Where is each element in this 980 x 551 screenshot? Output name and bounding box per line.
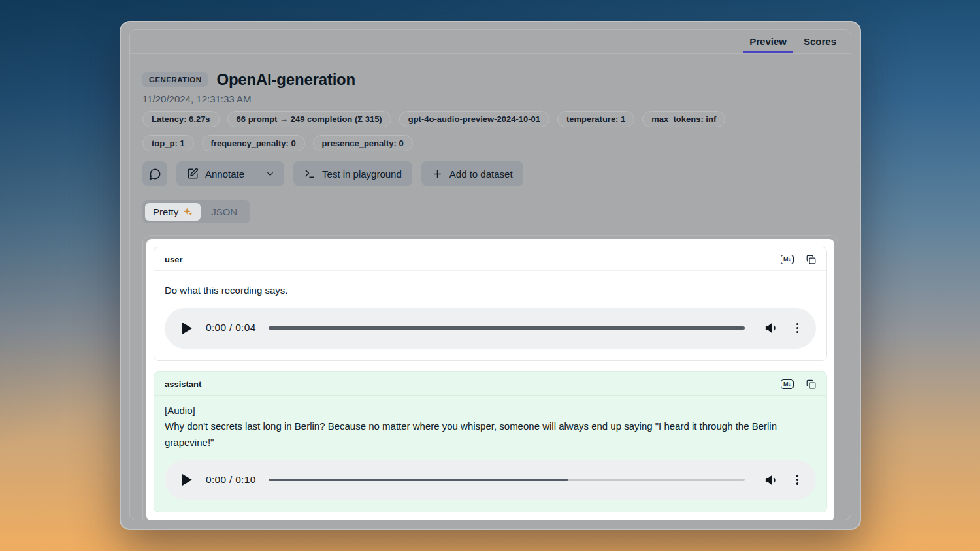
- volume-icon[interactable]: [765, 321, 779, 335]
- chevron-down-icon: [265, 169, 275, 179]
- comment-button[interactable]: [142, 161, 167, 186]
- markdown-toggle-icon[interactable]: M↓: [781, 255, 794, 264]
- token-usage-badge: 66 prompt → 249 completion (Σ 315): [227, 111, 391, 127]
- test-in-playground-button[interactable]: Test in playground: [293, 161, 412, 186]
- latency-badge: Latency: 6.27s: [142, 111, 220, 127]
- tab-bar: Preview Scores: [130, 30, 851, 54]
- audio-time: 0:00 / 0:10: [206, 472, 256, 488]
- play-icon[interactable]: [182, 323, 192, 334]
- action-toolbar: Annotate Test in playground: [142, 161, 838, 186]
- user-message-text: Do what this recording says.: [165, 283, 816, 299]
- toggle-json[interactable]: JSON: [201, 203, 248, 221]
- params-badge-row: top_p: 1 frequency_penalty: 0 presence_p…: [142, 135, 838, 151]
- assistant-message-body: [Audio] Why don't secrets last long in B…: [154, 396, 826, 512]
- annotate-split-button: Annotate: [176, 161, 284, 186]
- user-audio-player: 0:00 / 0:04: [165, 308, 816, 349]
- audio-menu-icon[interactable]: [795, 322, 800, 335]
- assistant-message-text: [Audio] Why don't secrets last long in B…: [165, 403, 816, 451]
- temperature-badge: temperature: 1: [557, 111, 634, 127]
- speech-bubble-icon: [149, 168, 161, 180]
- io-preview-frame: user M↓ Do what this recording says.: [142, 235, 838, 520]
- assistant-text-line2: Why don't secrets last long in Berlin? B…: [165, 418, 816, 450]
- audio-seekbar[interactable]: [269, 479, 745, 482]
- audio-time: 0:00 / 0:04: [206, 320, 256, 336]
- terminal-icon: [304, 168, 316, 180]
- tab-scores[interactable]: Scores: [797, 30, 843, 53]
- tab-scores-label: Scores: [804, 36, 836, 47]
- presence-penalty-badge: presence_penalty: 0: [313, 135, 413, 151]
- messages-panel: user M↓ Do what this recording says.: [146, 239, 834, 520]
- user-message-body: Do what this recording says. 0:00 / 0:04: [154, 271, 826, 360]
- user-header-icons: M↓: [781, 255, 816, 264]
- annotate-dropdown-toggle[interactable]: [255, 161, 284, 186]
- pen-square-icon: [187, 168, 199, 180]
- markdown-toggle-icon[interactable]: M↓: [781, 379, 794, 389]
- add-to-dataset-button[interactable]: Add to dataset: [421, 161, 523, 186]
- model-badge: gpt-4o-audio-preview-2024-10-01: [399, 111, 549, 127]
- assistant-header-icons: M↓: [781, 379, 816, 389]
- trace-detail-window: Preview Scores GENERATION OpenAI-generat…: [120, 21, 861, 530]
- role-label: user: [165, 255, 182, 264]
- view-toggle: Pretty JSON: [142, 200, 250, 223]
- audio-seekbar[interactable]: [269, 326, 745, 330]
- assistant-message-card: assistant M↓ [Audio] Why don: [154, 371, 827, 513]
- assistant-message-header: assistant M↓: [154, 372, 826, 396]
- audio-buffered-bar: [269, 326, 745, 330]
- annotate-label: Annotate: [205, 168, 244, 180]
- tab-preview[interactable]: Preview: [743, 30, 793, 53]
- user-message-header: user M↓: [154, 247, 826, 271]
- pretty-label: Pretty: [153, 206, 178, 217]
- play-icon[interactable]: [182, 474, 192, 486]
- json-label: JSON: [211, 206, 237, 217]
- test-in-playground-label: Test in playground: [322, 168, 402, 180]
- title-row: GENERATION OpenAI-generation: [142, 71, 838, 89]
- plus-icon: [432, 168, 443, 180]
- timestamp: 11/20/2024, 12:31:33 AM: [142, 93, 838, 104]
- copy-icon[interactable]: [806, 379, 816, 389]
- generation-panel: Preview Scores GENERATION OpenAI-generat…: [129, 29, 851, 520]
- view-toggle-row: Pretty JSON: [142, 186, 838, 223]
- tab-preview-label: Preview: [749, 36, 787, 47]
- audio-menu-icon[interactable]: [795, 473, 800, 486]
- volume-icon[interactable]: [765, 473, 779, 487]
- top-p-badge: top_p: 1: [142, 135, 194, 151]
- generation-content: GENERATION OpenAI-generation 11/20/2024,…: [130, 54, 851, 520]
- sparkles-icon: [183, 207, 193, 217]
- page-title: OpenAI-generation: [216, 71, 355, 89]
- add-to-dataset-label: Add to dataset: [449, 168, 513, 180]
- max-tokens-badge: max_tokens: inf: [642, 111, 725, 127]
- toggle-pretty[interactable]: Pretty: [145, 203, 201, 221]
- user-message-card: user M↓ Do what this recording says.: [154, 247, 827, 361]
- assistant-text-line1: [Audio]: [165, 403, 816, 419]
- frequency-penalty-badge: frequency_penalty: 0: [202, 135, 305, 151]
- metrics-badge-row: Latency: 6.27s 66 prompt → 249 completio…: [142, 111, 838, 127]
- copy-icon[interactable]: [806, 255, 816, 264]
- assistant-audio-player: 0:00 / 0:10: [165, 460, 816, 500]
- audio-buffered-bar: [269, 479, 568, 482]
- observation-type-badge: GENERATION: [142, 72, 208, 87]
- role-label: assistant: [165, 379, 201, 389]
- annotate-button[interactable]: Annotate: [176, 161, 255, 186]
